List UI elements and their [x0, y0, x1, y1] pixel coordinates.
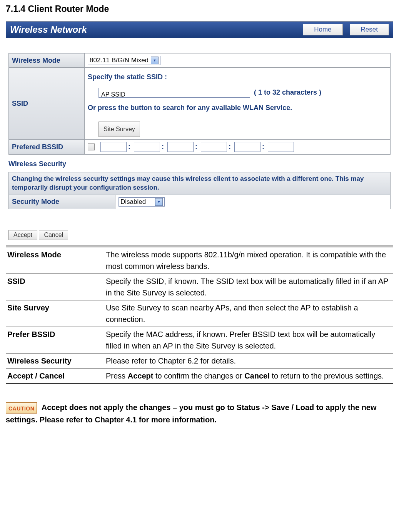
desc-def: Press Accept to confirm the changes or C…	[104, 368, 393, 384]
table-row: Wireless Mode The wireless mode supports…	[6, 247, 393, 274]
table-row: SSID Specify the SSID, if known. The SSI…	[6, 274, 393, 300]
desc-def: Use Site Survey to scan nearby APs, and …	[104, 300, 393, 327]
desc-term: Wireless Security	[6, 353, 104, 368]
desc-term: Site Survey	[6, 300, 104, 327]
wireless-security-heading: Wireless Security	[8, 160, 391, 168]
desc-def: Please refer to Chapter 6.2 for details.	[104, 353, 393, 368]
panel-header: Wireless Network Home Reset	[6, 22, 393, 38]
bssid-oct-5[interactable]	[234, 142, 260, 152]
table-row: Site Survey Use Site Survey to scan near…	[6, 300, 393, 327]
desc-term: Prefer BSSID	[6, 327, 104, 353]
home-button[interactable]: Home	[303, 24, 342, 35]
bssid-oct-4[interactable]	[201, 142, 227, 152]
cancel-button[interactable]: Cancel	[39, 230, 68, 240]
wireless-mode-value: 802.11 B/G/N Mixed	[90, 57, 149, 64]
accept-button[interactable]: Accept	[8, 230, 37, 240]
bssid-checkbox[interactable]	[88, 143, 95, 150]
bssid-oct-1[interactable]	[100, 142, 127, 152]
table-row: Prefer BSSID Specify the MAC address, if…	[6, 327, 393, 353]
description-table: Wireless Mode The wireless mode supports…	[6, 247, 393, 384]
security-mode-label: Security Mode	[9, 195, 115, 209]
security-warning-text: Changing the wireless security settings …	[9, 172, 391, 195]
reset-button[interactable]: Reset	[350, 24, 389, 35]
ssid-or-text: Or press the button to search for any av…	[88, 101, 387, 115]
section-heading: 7.1.4 Client Router Mode	[6, 4, 393, 14]
site-survey-button[interactable]: Site Survey	[98, 122, 140, 137]
desc-def: Specify the MAC address, if known. Prefe…	[104, 327, 393, 353]
panel-title: Wireless Network	[10, 24, 87, 35]
caution-icon: CAUTION	[6, 402, 37, 414]
chevron-down-icon: ▼	[151, 57, 159, 64]
bssid-oct-2[interactable]	[134, 142, 160, 152]
desc-term: Accept / Cancel	[6, 368, 104, 384]
security-mode-value: Disabled	[120, 198, 146, 206]
wireless-mode-label: Wireless Mode	[9, 53, 85, 68]
chevron-down-icon: ▼	[155, 198, 163, 206]
security-mode-select[interactable]: Disabled ▼	[119, 197, 165, 207]
prefered-bssid-label: Prefered BSSID	[9, 140, 85, 155]
ssid-specify-text: Specify the static SSID :	[88, 70, 387, 84]
desc-term: Wireless Mode	[6, 247, 104, 274]
caution-block: CAUTION Accept does not apply the change…	[6, 401, 393, 426]
wireless-network-panel: Wireless Network Home Reset Wireless Mod…	[6, 21, 393, 246]
desc-term: SSID	[6, 274, 104, 300]
table-row: Wireless Security Please refer to Chapte…	[6, 353, 393, 368]
bssid-oct-3[interactable]	[167, 142, 194, 152]
ssid-label: SSID	[9, 68, 85, 140]
wireless-config-table: Wireless Mode 802.11 B/G/N Mixed ▼ SSID …	[8, 53, 391, 155]
desc-def: The wireless mode supports 802.11b/g/n m…	[104, 247, 393, 274]
table-row: Accept / Cancel Press Accept to confirm …	[6, 368, 393, 384]
ssid-input[interactable]: AP SSID	[98, 88, 250, 98]
desc-def: Specify the SSID, if known. The SSID tex…	[104, 274, 393, 300]
ssid-char-note: ( 1 to 32 characters )	[254, 88, 321, 96]
bssid-oct-6[interactable]	[268, 142, 294, 152]
wireless-mode-select[interactable]: 802.11 B/G/N Mixed ▼	[88, 56, 160, 65]
caution-text: Accept does not apply the changes – you …	[6, 403, 377, 424]
security-config-table: Changing the wireless security settings …	[8, 172, 391, 209]
